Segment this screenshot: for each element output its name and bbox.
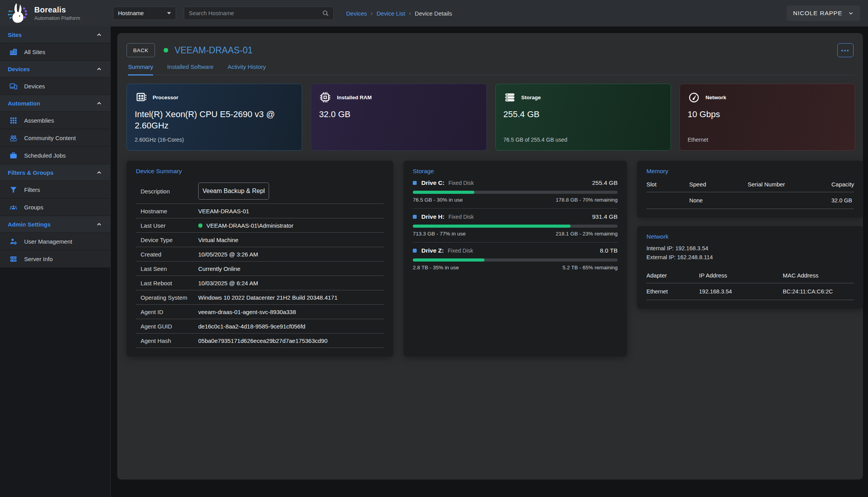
description-input[interactable] [198, 183, 269, 200]
summary-row-agent-hash: Agent Hash 05ba0e7935171d626ecea29b27d7a… [136, 334, 384, 348]
sidebar: Sites All Sites Devices Devices Automati… [0, 26, 111, 497]
summary-value: Virtual Machine [198, 237, 238, 243]
summary-row-description: Description [136, 179, 384, 204]
storage-stack-icon [504, 91, 516, 104]
summary-label: Agent Hash [141, 337, 198, 344]
devices-icon [9, 82, 18, 90]
drive-type: Fixed Disk [448, 180, 474, 186]
drive-type: Fixed Disk [448, 248, 473, 254]
speedometer-icon [688, 91, 700, 104]
sidebar-section-label: Devices [8, 66, 30, 72]
drive-bullet-icon [413, 181, 417, 185]
ram-icon [319, 91, 331, 104]
summary-value: 10/03/2025 @ 6:24 AM [198, 280, 258, 286]
storage-panel: Storage Drive C: Fixed Disk 255.4 GB 76.… [403, 161, 627, 357]
sidebar-item-label: User Management [24, 238, 72, 245]
search-input[interactable] [189, 10, 322, 16]
sidebar-item-community-content[interactable]: Community Content [0, 129, 110, 147]
sidebar-item-all-sites[interactable]: All Sites [0, 43, 110, 61]
adapter-ip: 192.168.3.54 [699, 288, 783, 295]
memory-table: Slot Speed Serial Number Capacity None 3… [646, 176, 854, 209]
panel-title: Network [646, 233, 854, 240]
sidebar-section-automation[interactable]: Automation [0, 95, 110, 112]
memory-table-row: None 32.0 GB [646, 192, 854, 209]
detail-panels-row: Device Summary Description Hostname VEEA… [127, 161, 855, 357]
more-actions-button[interactable]: ••• [837, 43, 854, 57]
summary-value: 10/05/2025 @ 3:26 AM [198, 251, 258, 258]
drive-used-text: 76.5 GB - 30% in use [413, 197, 463, 203]
grid-icon [9, 116, 18, 125]
user-name: NICOLE RAPPE [793, 10, 842, 17]
internal-ip: Internal IP: 192.168.3.54 [646, 244, 854, 253]
brand-logo[interactable]: Borealis Automation Platform [0, 3, 111, 24]
sidebar-item-user-management[interactable]: User Management [0, 233, 110, 250]
summary-label: Device Type [141, 237, 198, 243]
sidebar-item-server-info[interactable]: Server Info [0, 250, 110, 268]
breadcrumb-separator: › [409, 10, 411, 16]
drive-h-row: Drive H: Fixed Disk 931.4 GB 713.3 GB - … [413, 209, 618, 242]
network-card: Network 10 Gbps Ethernet [680, 84, 855, 151]
stat-card-label: Storage [521, 95, 541, 100]
drive-usage-bar [413, 258, 618, 262]
network-table-row: Ethernet 192.168.3.54 BC:24:11:CA:C6:2C [646, 283, 854, 300]
drive-name: Drive Z: [421, 247, 444, 254]
breadcrumb-device-details: Device Details [415, 10, 452, 17]
tab-installed-software[interactable]: Installed Software [167, 63, 213, 76]
device-summary-panel: Device Summary Description Hostname VEEA… [127, 161, 393, 357]
summary-label: Last User [141, 222, 198, 229]
search-field-dropdown-value: Hostname [118, 10, 144, 16]
sidebar-section-filters-groups[interactable]: Filters & Groups [0, 164, 110, 181]
sidebar-item-assemblies[interactable]: Assemblies [0, 112, 110, 129]
caret-down-icon [167, 12, 171, 14]
group-icon [9, 203, 18, 211]
sidebar-section-admin-settings[interactable]: Admin Settings [0, 216, 110, 233]
chevron-up-icon [96, 32, 102, 38]
summary-value: Windows 10 2022 Datacenter 21H2 Build 20… [198, 294, 338, 301]
tab-activity-history[interactable]: Activity History [227, 63, 266, 76]
search-field-dropdown[interactable]: Hostname [113, 7, 176, 20]
network-panel: Network Internal IP: 192.168.3.54 Extern… [637, 226, 863, 309]
memory-table-header: Slot Speed Serial Number Capacity [646, 176, 854, 192]
network-footer: Ethernet [688, 137, 847, 143]
sidebar-item-filters[interactable]: Filters [0, 181, 110, 198]
external-ip: External IP: 162.248.8.114 [646, 253, 854, 262]
sidebar-item-label: Scheduled Jobs [24, 152, 66, 159]
device-name: VEEAM-DRAAS-01 [174, 45, 253, 56]
summary-row-created: Created 10/05/2025 @ 3:26 AM [136, 247, 384, 262]
network-value: 10 Gbps [688, 109, 839, 120]
breadcrumb-device-list[interactable]: Device List [377, 10, 405, 17]
briefcase-icon [9, 151, 18, 160]
chevron-up-icon [96, 221, 102, 228]
back-button[interactable]: BACK [127, 43, 155, 57]
sidebar-section-devices[interactable]: Devices [0, 61, 110, 77]
sidebar-item-scheduled-jobs[interactable]: Scheduled Jobs [0, 147, 110, 164]
panel-title: Storage [413, 168, 618, 175]
tab-summary[interactable]: Summary [128, 63, 153, 76]
column-header-ip-address: IP Address [699, 272, 783, 279]
user-gear-icon [9, 237, 18, 246]
drive-usage-bar [413, 191, 618, 194]
memory-speed: None [689, 197, 748, 204]
panel-title: Device Summary [136, 168, 384, 175]
drive-c-row: Drive C: Fixed Disk 255.4 GB 76.5 GB - 3… [413, 175, 618, 209]
right-column: Memory Slot Speed Serial Number Capacity… [637, 161, 863, 357]
sidebar-section-sites[interactable]: Sites [0, 26, 110, 43]
summary-label: Agent GUID [141, 323, 198, 330]
sidebar-item-groups[interactable]: Groups [0, 198, 110, 216]
user-menu-button[interactable]: NICOLE RAPPE [787, 5, 860, 21]
funnel-icon [9, 186, 18, 194]
column-header-speed: Speed [689, 181, 748, 188]
drive-used-text: 2.8 TB - 35% in use [413, 265, 459, 270]
summary-label: Operating System [141, 294, 198, 301]
top-bar: Borealis Automation Platform Hostname De… [0, 0, 868, 26]
summary-label: Created [141, 251, 198, 258]
installed-ram-card: Installed RAM 32.0 GB [311, 84, 486, 151]
sidebar-item-devices[interactable]: Devices [0, 77, 110, 95]
adapter-name: Ethernet [646, 288, 699, 295]
network-table: Adapter IP Address MAC Address Ethernet … [646, 267, 854, 300]
chevron-up-icon [96, 66, 102, 72]
storage-footer: 76.5 GB of 255.4 GB used [504, 137, 663, 143]
processor-value: Intel(R) Xeon(R) CPU E5-2690 v3 @ 2.60GH… [135, 109, 286, 131]
sidebar-item-label: Groups [24, 204, 43, 211]
breadcrumb-devices[interactable]: Devices [346, 10, 367, 17]
